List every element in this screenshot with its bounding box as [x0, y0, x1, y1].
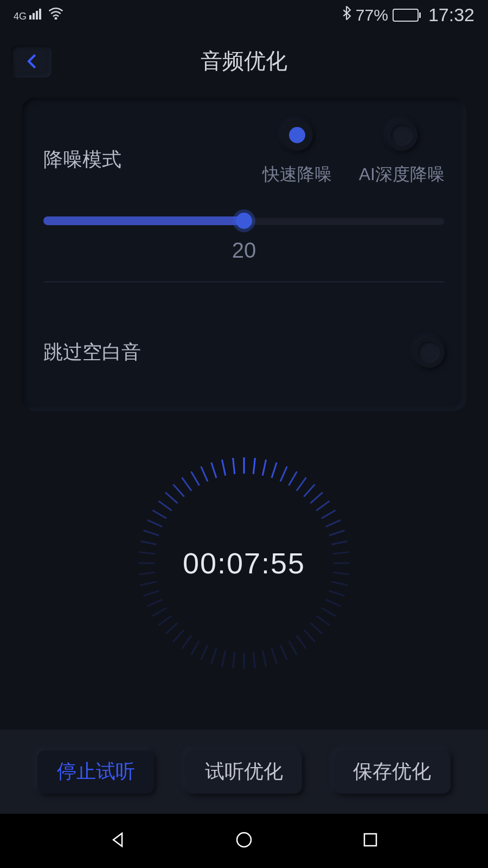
app-header: 音频优化 [0, 30, 488, 92]
bottom-action-bar: 停止试听 试听优化 保存优化 [0, 730, 488, 814]
svg-line-7 [297, 477, 306, 490]
skip-silence-toggle[interactable] [413, 336, 445, 368]
svg-point-0 [55, 18, 57, 20]
signal-icon [29, 9, 41, 20]
svg-line-18 [331, 582, 347, 585]
page-title: 音频优化 [201, 46, 287, 76]
svg-line-3 [262, 459, 266, 475]
radio-circle-icon [281, 119, 313, 151]
status-right: 77% 17:32 [342, 4, 474, 25]
noise-slider[interactable] [43, 216, 445, 225]
nav-recent-icon[interactable] [359, 829, 381, 853]
clock-time: 17:32 [428, 4, 474, 25]
svg-line-26 [289, 641, 297, 655]
skip-silence-row: 跳过空白音 [43, 336, 445, 368]
svg-line-23 [311, 623, 323, 634]
svg-line-39 [165, 623, 177, 634]
noise-reduction-row: 降噪模式 快速降噪 AI深度降噪 [43, 119, 445, 187]
bluetooth-icon [342, 5, 351, 24]
svg-line-21 [322, 608, 336, 616]
svg-line-51 [152, 510, 166, 519]
svg-line-15 [333, 552, 349, 554]
battery-icon [393, 9, 421, 22]
svg-line-24 [304, 630, 314, 642]
divider [43, 282, 445, 282]
svg-line-2 [253, 458, 255, 474]
battery-percent: 77% [356, 6, 388, 24]
slider-value-label: 20 [43, 238, 445, 263]
svg-line-20 [326, 599, 341, 606]
svg-line-56 [191, 471, 200, 486]
svg-line-30 [253, 652, 255, 668]
stop-preview-button[interactable]: 停止试听 [37, 750, 154, 794]
svg-line-43 [144, 591, 159, 596]
svg-line-42 [147, 599, 162, 606]
svg-line-40 [158, 616, 171, 626]
svg-line-41 [152, 608, 166, 616]
wifi-icon [48, 7, 64, 23]
svg-line-34 [211, 648, 216, 664]
back-button[interactable] [11, 45, 52, 78]
nav-home-icon[interactable] [233, 829, 255, 853]
timer-dial: 00:07:55 [130, 449, 358, 677]
nav-back-icon[interactable] [107, 829, 129, 853]
svg-line-52 [158, 501, 171, 510]
svg-line-37 [182, 635, 191, 648]
svg-line-28 [272, 648, 277, 664]
svg-line-5 [280, 467, 287, 481]
svg-rect-62 [364, 834, 376, 846]
svg-line-48 [140, 541, 156, 544]
svg-line-14 [331, 541, 347, 544]
svg-line-13 [329, 531, 345, 535]
svg-line-36 [191, 641, 200, 655]
svg-line-54 [174, 484, 184, 496]
svg-line-8 [304, 484, 314, 496]
svg-line-33 [222, 650, 225, 666]
svg-line-19 [329, 591, 345, 596]
svg-line-9 [311, 493, 323, 503]
svg-line-47 [139, 552, 155, 554]
svg-line-10 [316, 501, 329, 510]
svg-line-53 [165, 493, 177, 503]
slider-thumb[interactable] [236, 213, 252, 229]
svg-line-45 [139, 572, 155, 574]
svg-line-6 [289, 471, 297, 486]
chevron-left-icon [25, 53, 38, 69]
svg-line-4 [272, 463, 277, 478]
svg-line-29 [262, 650, 266, 666]
status-bar: 4G 77% 17:32 [0, 0, 488, 30]
noise-mode-radio-group: 快速降噪 AI深度降噪 [262, 119, 445, 187]
svg-line-58 [211, 463, 216, 478]
network-type-label: 4G [14, 9, 41, 21]
svg-line-55 [182, 477, 191, 490]
noise-intensity-slider-section: 20 [43, 216, 445, 263]
svg-line-44 [140, 582, 156, 585]
svg-line-50 [147, 520, 162, 527]
svg-line-22 [316, 616, 329, 626]
status-left: 4G [14, 7, 64, 23]
svg-line-25 [297, 635, 306, 648]
slider-fill [43, 216, 244, 225]
skip-silence-label: 跳过空白音 [43, 339, 141, 366]
svg-line-60 [233, 458, 235, 474]
radio-option-fast[interactable]: 快速降噪 [262, 119, 332, 187]
svg-line-32 [233, 652, 235, 668]
svg-line-17 [333, 572, 349, 574]
radio-label: 快速降噪 [262, 163, 332, 187]
svg-line-59 [222, 459, 225, 475]
svg-line-11 [322, 510, 336, 519]
svg-line-35 [201, 645, 208, 660]
svg-line-38 [174, 630, 184, 642]
settings-card: 降噪模式 快速降噪 AI深度降噪 20 跳过空白音 [22, 98, 466, 411]
svg-point-61 [237, 833, 251, 847]
svg-line-57 [201, 467, 208, 481]
svg-line-12 [326, 520, 341, 527]
timer-section: 00:07:55 [0, 449, 488, 677]
android-nav-bar [0, 814, 488, 868]
timer-value: 00:07:55 [183, 546, 305, 580]
noise-mode-label: 降噪模式 [43, 119, 262, 173]
radio-circle-icon [386, 119, 418, 151]
save-optimize-button[interactable]: 保存优化 [334, 750, 451, 794]
radio-option-ai-deep[interactable]: AI深度降噪 [359, 119, 445, 187]
preview-optimize-button[interactable]: 试听优化 [185, 750, 302, 794]
